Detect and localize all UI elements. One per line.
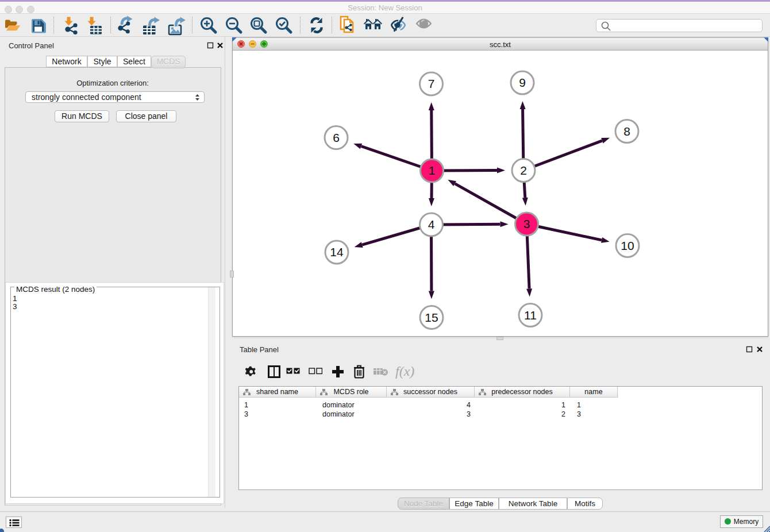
svg-text:2: 2 [520, 164, 527, 177]
svg-text:6: 6 [333, 131, 340, 144]
svg-text:f(x): f(x) [395, 364, 414, 379]
svg-text:15: 15 [425, 311, 438, 324]
svg-text:8: 8 [623, 125, 630, 138]
svg-text:1: 1 [429, 164, 436, 177]
svg-text:4: 4 [428, 218, 435, 231]
svg-text:10: 10 [621, 239, 634, 252]
svg-text:7: 7 [428, 77, 435, 90]
svg-text:14: 14 [330, 245, 344, 259]
svg-text:3: 3 [523, 217, 530, 230]
svg-text:11: 11 [524, 309, 537, 322]
svg-text:9: 9 [519, 76, 526, 89]
